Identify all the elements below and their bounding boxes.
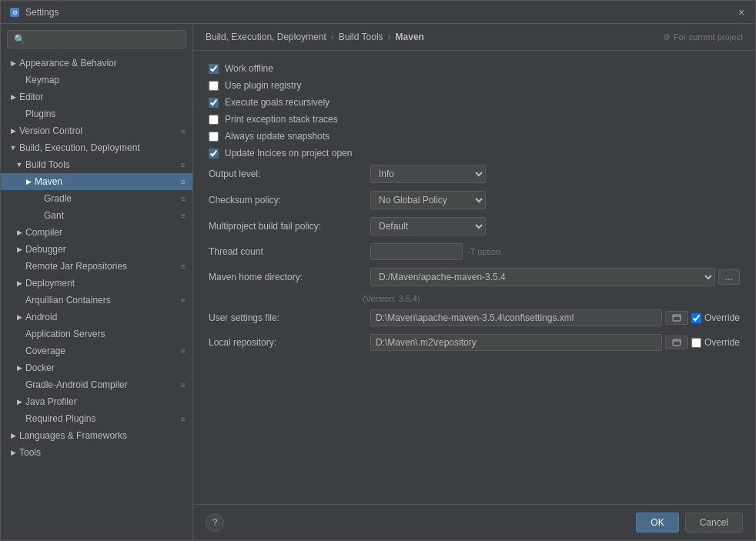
user-settings-input[interactable] (370, 309, 662, 326)
tree-icon-gradle: ≡ (177, 192, 189, 205)
checkbox-label-execute-goals: Execute goals recursively (225, 97, 329, 108)
content-area: ▶Appearance & BehaviorKeymap▶EditorPlugi… (1, 24, 755, 540)
output-level-control: Info Debug Warning Error (370, 165, 740, 183)
main-content: Build, Execution, Deployment › Build Too… (193, 24, 755, 540)
user-settings-row: User settings file: Override (209, 309, 740, 326)
local-repo-label: Local repository: (209, 337, 363, 348)
sidebar-item-editor[interactable]: ▶Editor (1, 88, 192, 105)
search-input[interactable] (7, 30, 186, 48)
checksum-policy-row: Checksum policy: No Global Policy Warn F… (209, 191, 740, 209)
svg-text:⚙: ⚙ (12, 9, 18, 16)
checkbox-row-print-exception: Print exception stack traces (209, 114, 740, 125)
sidebar-item-required-plugins[interactable]: Required Plugins≡ (1, 410, 192, 427)
checkbox-row-work-offline: Work offline (209, 63, 740, 74)
thread-count-input[interactable] (370, 243, 463, 260)
tree-label-docker: Docker (25, 362, 192, 373)
cancel-button[interactable]: Cancel (685, 513, 743, 533)
user-settings-path-row: Override (370, 309, 740, 326)
tree-icon-build-tools: ≡ (177, 159, 189, 171)
multiproject-control: Default Never After Failure At End (370, 217, 740, 235)
sidebar-item-docker[interactable]: ▶Docker (1, 359, 192, 376)
checksum-policy-control: No Global Policy Warn Fail Ignore (370, 191, 740, 209)
sidebar-item-build-exec-deploy[interactable]: ▼Build, Execution, Deployment (1, 139, 192, 156)
sidebar-item-keymap[interactable]: Keymap (1, 72, 192, 88)
sidebar-item-remote-jar[interactable]: Remote Jar Repositories≡ (1, 258, 192, 275)
breadcrumb: Build, Execution, Deployment › Build Too… (193, 24, 755, 51)
tree-label-plugins: Plugins (25, 109, 192, 119)
tree-label-debugger: Debugger (25, 244, 192, 255)
tree-arrow-java-profiler: ▶ (13, 396, 25, 408)
thread-count-control: -T option (370, 243, 740, 260)
sidebar-item-deployment[interactable]: ▶Deployment (1, 275, 192, 292)
local-repo-override-checkbox[interactable] (691, 338, 701, 348)
tree-icon-maven: ≡ (177, 175, 189, 188)
maven-home-select[interactable]: D:/Maven/apache-maven-3.5.4 (370, 268, 715, 286)
user-settings-browse-button[interactable] (665, 311, 688, 325)
checkbox-row-update-indices: Update Incices on project open (209, 148, 740, 159)
tree-arrow-gant (32, 209, 44, 222)
checksum-policy-select[interactable]: No Global Policy Warn Fail Ignore (370, 191, 486, 209)
maven-home-label: Maven home directory: (209, 272, 363, 282)
sidebar-item-version-control[interactable]: ▶Version Control≡ (1, 122, 192, 139)
sidebar-item-maven[interactable]: ▶Maven≡ (1, 173, 192, 190)
tree-label-tools: Tools (19, 447, 192, 458)
maven-home-browse-button[interactable]: ... (718, 269, 740, 285)
checkbox-print-exception[interactable] (209, 115, 219, 125)
tree-arrow-tools: ▶ (7, 446, 19, 459)
sidebar-item-compiler[interactable]: ▶Compiler (1, 224, 192, 241)
user-settings-label: User settings file: (209, 312, 363, 323)
version-hint: (Version: 3.5.4) (363, 294, 740, 303)
sidebar-item-android[interactable]: ▶Android (1, 309, 192, 326)
sidebar-item-languages[interactable]: ▶Languages & Frameworks (1, 427, 192, 444)
local-repo-path-row: Override (370, 334, 740, 351)
user-settings-override-checkbox[interactable] (691, 313, 701, 323)
sidebar-item-java-profiler[interactable]: ▶Java Profiler (1, 393, 192, 410)
checkbox-execute-goals[interactable] (209, 98, 219, 108)
checkbox-label-update-indices: Update Incices on project open (225, 148, 352, 159)
sidebar-item-debugger[interactable]: ▶Debugger (1, 241, 192, 258)
tree-arrow-maven: ▶ (22, 175, 35, 188)
tree-label-app-servers: Application Servers (25, 329, 192, 339)
tree-label-editor: Editor (19, 92, 192, 102)
checkbox-use-plugin-registry[interactable] (209, 81, 219, 91)
local-repo-input[interactable] (370, 334, 662, 351)
tree-arrow-version-control: ▶ (7, 125, 19, 137)
tree-icon-arquillian: ≡ (177, 294, 189, 306)
sidebar-item-plugins[interactable]: Plugins (1, 105, 192, 122)
for-project-label: For current project (674, 32, 743, 42)
sidebar-item-build-tools[interactable]: ▼Build Tools≡ (1, 156, 192, 173)
tree-icon-remote-jar: ≡ (177, 260, 189, 272)
output-level-select[interactable]: Info Debug Warning Error (370, 165, 486, 183)
checkbox-always-update[interactable] (209, 132, 219, 142)
sidebar-item-gradle-android[interactable]: Gradle-Android Compiler≡ (1, 376, 192, 393)
breadcrumb-part1: Build, Execution, Deployment (206, 32, 326, 42)
sidebar-item-coverage[interactable]: Coverage≡ (1, 342, 192, 359)
settings-window: ⚙ Settings × ▶Appearance & BehaviorKeyma… (0, 0, 756, 541)
tree-label-coverage: Coverage (25, 346, 177, 356)
local-repo-browse-button[interactable] (665, 336, 688, 349)
tree-label-gradle-android: Gradle-Android Compiler (25, 379, 177, 390)
tree-icon-required-plugins: ≡ (177, 412, 189, 425)
output-level-row: Output level: Info Debug Warning Error (209, 165, 740, 183)
tree-arrow-android: ▶ (13, 311, 25, 323)
sidebar-item-gant[interactable]: Gant≡ (1, 207, 192, 224)
checkbox-label-always-update: Always update snapshots (225, 131, 329, 142)
checkbox-work-offline[interactable] (209, 64, 219, 74)
sidebar-item-arquillian[interactable]: Arquillian Containers≡ (1, 292, 192, 309)
tree-icon-gradle-android: ≡ (177, 379, 189, 391)
tree-label-gant: Gant (44, 210, 177, 221)
sidebar-item-tools[interactable]: ▶Tools (1, 444, 192, 461)
sidebar-item-appearance[interactable]: ▶Appearance & Behavior (1, 55, 192, 72)
sidebar-item-app-servers[interactable]: Application Servers (1, 326, 192, 342)
tree-arrow-editor: ▶ (7, 91, 19, 103)
tree-icon-gant: ≡ (177, 209, 189, 222)
checkbox-update-indices[interactable] (209, 149, 219, 159)
multiproject-label: Multiproject build fail policy: (209, 221, 363, 232)
tree-label-build-tools: Build Tools (25, 159, 177, 170)
ok-button[interactable]: OK (636, 513, 678, 533)
help-button[interactable]: ? (206, 513, 224, 532)
tree-arrow-keymap (13, 74, 25, 86)
sidebar-item-gradle[interactable]: Gradle≡ (1, 190, 192, 207)
close-button[interactable]: × (735, 6, 748, 18)
multiproject-select[interactable]: Default Never After Failure At End (370, 217, 486, 235)
